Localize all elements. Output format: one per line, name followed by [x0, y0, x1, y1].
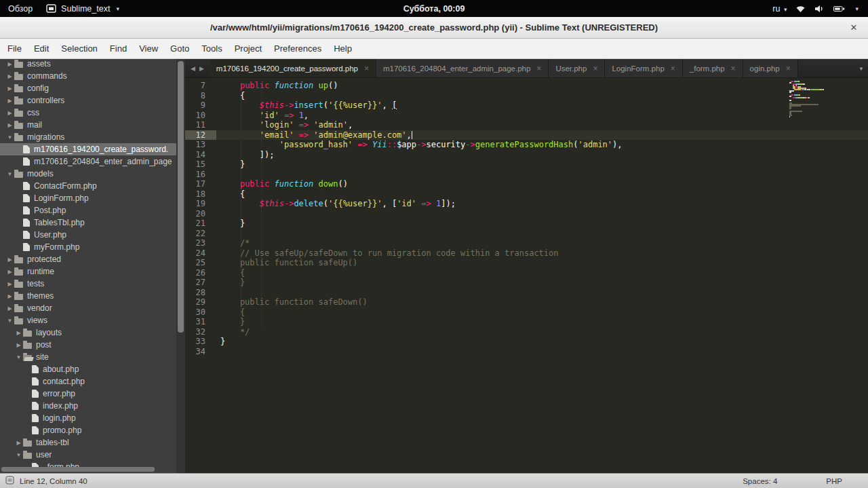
menu-preferences[interactable]: Preferences	[268, 39, 328, 59]
code-line-24[interactable]: 24 // Use safeUp/safeDown to run migrati…	[185, 248, 868, 259]
tab-close-icon[interactable]: ×	[364, 64, 369, 73]
code-line-32[interactable]: 32 */	[185, 327, 868, 337]
tree-item-layouts[interactable]: ▶layouts	[0, 326, 176, 339]
tab-m170616-204804-enter-admin-page-php[interactable]: m170616_204804_enter_admin_page.php×	[376, 59, 549, 77]
tree-item-contactform-php[interactable]: ContactForm.php	[0, 180, 176, 192]
window-title-bar[interactable]: /var/www/html/yii/migrations/m170616_194…	[0, 17, 868, 39]
chevron-right-icon[interactable]: ▶	[5, 73, 14, 79]
close-icon[interactable]: ✕	[848, 22, 860, 34]
tree-item-models[interactable]: ▼models	[0, 168, 176, 180]
chevron-right-icon[interactable]: ▶	[5, 305, 14, 312]
chevron-right-icon[interactable]: ▶	[5, 98, 14, 104]
tree-item-themes[interactable]: ▶themes	[0, 290, 176, 302]
app-menu[interactable]: Sublime_text ▾	[46, 4, 119, 14]
code-line-25[interactable]: 25 public function safeUp()	[185, 258, 868, 268]
minimap[interactable]	[789, 81, 860, 119]
code-line-13[interactable]: 13 'password_hash' => Yii::$app->securit…	[185, 140, 868, 150]
syntax-setting[interactable]: PHP	[826, 477, 842, 485]
code-line-14[interactable]: 14 ]);	[185, 150, 868, 160]
tab-close-icon[interactable]: ×	[593, 64, 597, 73]
menu-help[interactable]: Help	[328, 39, 358, 59]
code-line-33[interactable]: 33}	[185, 337, 868, 347]
tab-nav-back-icon[interactable]: ◀	[191, 65, 195, 72]
chevron-down-icon[interactable]: ▼	[5, 171, 14, 177]
tree-item-tests[interactable]: ▶tests	[0, 278, 176, 290]
tree-item-myform-php[interactable]: myForm.php	[0, 241, 176, 253]
code-line-30[interactable]: 30 {	[185, 307, 868, 318]
chevron-right-icon[interactable]: ▶	[14, 440, 23, 446]
tree-item-m170616-194200-create-password[interactable]: m170616_194200_create_password.	[0, 143, 176, 155]
code-line-23[interactable]: 23 /*	[185, 238, 868, 248]
code-line-34[interactable]: 34	[185, 347, 868, 357]
tree-item-contact-php[interactable]: contact.php	[0, 375, 176, 388]
tab-nav-forward-icon[interactable]: ▶	[199, 65, 204, 72]
chevron-right-icon[interactable]: ▶	[5, 61, 14, 67]
tab-m170616-194200-create-password-php[interactable]: m170616_194200_create_password.php×	[210, 59, 376, 77]
code-line-18[interactable]: 18 {	[185, 189, 868, 200]
code-line-19[interactable]: 19 $this->delete('{{%user}}', ['id' => 1…	[185, 199, 868, 209]
clock[interactable]: Суббота, 00:09	[403, 4, 465, 14]
tree-item-m170616-204804-enter-admin-page[interactable]: m170616_204804_enter_admin_page	[0, 155, 176, 168]
menu-project[interactable]: Project	[229, 39, 268, 59]
tree-item-index-php[interactable]: index.php	[0, 400, 176, 412]
chevron-right-icon[interactable]: ▶	[5, 281, 14, 287]
tree-item-commands[interactable]: ▶commands	[0, 70, 176, 82]
tab-ogin-php[interactable]: ogin.php×	[743, 59, 798, 77]
tab-user-php[interactable]: User.php×	[549, 59, 605, 77]
menu-file[interactable]: File	[1, 39, 28, 59]
chevron-down-icon[interactable]: ▼	[14, 354, 23, 360]
keyboard-layout-indicator[interactable]: ru ▾	[772, 4, 787, 14]
chevron-down-icon[interactable]: ▼	[5, 134, 14, 140]
activities-button[interactable]: Обзор	[8, 4, 33, 14]
tree-item-migrations[interactable]: ▼migrations	[0, 131, 176, 143]
tab-overflow-icon[interactable]: ▼	[859, 66, 864, 72]
code-line-27[interactable]: 27 }	[185, 278, 868, 288]
tree-item-post-php[interactable]: Post.php	[0, 204, 176, 217]
chevron-right-icon[interactable]: ▶	[5, 293, 14, 299]
wifi-icon[interactable]	[795, 5, 806, 13]
tab-close-icon[interactable]: ×	[671, 64, 675, 73]
chevron-down-icon[interactable]: ▼	[14, 452, 23, 458]
chevron-down-icon[interactable]: ▼	[5, 318, 14, 324]
tree-item-login-php[interactable]: login.php	[0, 412, 176, 424]
code-line-16[interactable]: 16	[185, 170, 868, 180]
code-line-21[interactable]: 21 }	[185, 219, 868, 229]
tab-close-icon[interactable]: ×	[786, 64, 791, 73]
menu-goto[interactable]: Goto	[164, 39, 195, 59]
chevron-down-icon[interactable]: ▾	[855, 5, 859, 12]
chevron-right-icon[interactable]: ▶	[5, 257, 14, 263]
tree-item-promo-php[interactable]: promo.php	[0, 424, 176, 436]
menu-tools[interactable]: Tools	[195, 39, 228, 59]
code-line-10[interactable]: 10 'id' => 1,	[185, 111, 868, 121]
chevron-right-icon[interactable]: ▶	[5, 86, 14, 92]
tree-item-runtime[interactable]: ▶runtime	[0, 265, 176, 278]
code-line-26[interactable]: 26 {	[185, 268, 868, 278]
tree-item-post[interactable]: ▶post	[0, 339, 176, 351]
code-line-8[interactable]: 8 {	[185, 91, 868, 101]
tree-item-protected[interactable]: ▶protected	[0, 253, 176, 265]
tree-item-site[interactable]: ▼site	[0, 351, 176, 363]
chevron-right-icon[interactable]: ▶	[5, 110, 14, 116]
tree-item-about-php[interactable]: about.php	[0, 363, 176, 375]
code-line-9[interactable]: 9 $this->insert('{{%user}}', [	[185, 100, 868, 111]
chevron-right-icon[interactable]: ▶	[5, 122, 14, 128]
code-line-31[interactable]: 31 }	[185, 317, 868, 327]
code-line-15[interactable]: 15 }	[185, 159, 868, 170]
code-line-29[interactable]: 29 public function safeDown()	[185, 297, 868, 307]
code-line-17[interactable]: 17 public function down()	[185, 179, 868, 189]
tree-item-loginform-php[interactable]: LoginForm.php	[0, 192, 176, 204]
menu-edit[interactable]: Edit	[28, 39, 55, 59]
indentation-setting[interactable]: Spaces: 4	[743, 477, 777, 485]
code-line-12[interactable]: 12 'email' => 'admin@example.com',	[185, 130, 868, 140]
chevron-right-icon[interactable]: ▶	[14, 342, 23, 348]
tree-item-views[interactable]: ▼views	[0, 314, 176, 326]
tree-item-error-php[interactable]: error.php	[0, 388, 176, 400]
scrollbar-thumb[interactable]	[178, 61, 184, 333]
code-line-7[interactable]: 7 public function up()	[185, 81, 868, 91]
code-line-22[interactable]: 22	[185, 229, 868, 239]
code-editor[interactable]: 7 public function up()8 {9 $this->insert…	[185, 79, 868, 473]
sidebar-vertical-scrollbar[interactable]	[176, 59, 185, 473]
tree-item-css[interactable]: ▶css	[0, 107, 176, 119]
tree-item-assets[interactable]: ▶assets	[0, 59, 176, 70]
tab-close-icon[interactable]: ×	[536, 64, 541, 73]
